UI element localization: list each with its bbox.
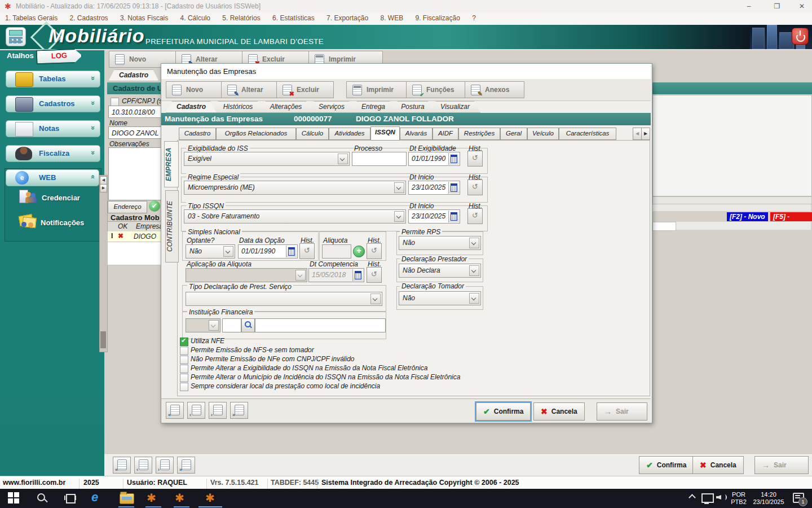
chevron-down-icon[interactable]: » <box>89 126 98 130</box>
optante-select[interactable]: Não <box>186 244 235 259</box>
dlg-print-button[interactable]: Imprimir <box>346 81 408 98</box>
bg-prev-record-button[interactable]: ‹ <box>134 457 152 474</box>
hist-button-simples[interactable]: ↺ <box>299 243 315 259</box>
tab-calculo[interactable]: Cálculo <box>296 128 329 140</box>
chevron-up-icon[interactable]: » <box>88 175 96 179</box>
last-record-button[interactable]: » <box>230 402 248 419</box>
data-opcao-field[interactable]: 01/01/1990 <box>238 244 298 259</box>
tab-caracteristicas[interactable]: Características <box>559 128 616 140</box>
calendar-icon[interactable] <box>448 182 459 194</box>
bg-tab-endereco[interactable]: Endereço <box>108 201 147 213</box>
menu-fiscalizacao[interactable]: 9. Fiscalização <box>416 14 460 22</box>
checkbox-nfe-cnpj-invalido[interactable] <box>180 356 188 364</box>
tray-chevron-up-icon[interactable] <box>689 493 696 500</box>
nome-field[interactable]: DIOGO ZANOL <box>108 126 162 139</box>
checkbox-utiliza-nfe[interactable] <box>180 338 188 346</box>
permite-rps-select[interactable]: Não <box>399 236 481 250</box>
dialog-titlebar[interactable]: Manutenção das Empresas <box>161 64 651 80</box>
exit-button[interactable]: → Sair <box>597 402 647 421</box>
dlg-new-button[interactable]: Novo <box>166 81 223 98</box>
file-explorer-icon[interactable] <box>120 493 134 504</box>
dlg-tab-historicos[interactable]: Históricos <box>212 101 264 113</box>
sidebar-item-credenciar[interactable]: Credenciar <box>42 194 80 202</box>
sidebar-item-web[interactable]: e WEB » <box>6 169 99 186</box>
chevron-down-icon[interactable] <box>370 294 381 304</box>
scroll-left-arrow-icon[interactable]: ◀ <box>100 176 107 185</box>
declaracao-tomador-select[interactable]: Não <box>399 291 481 305</box>
fiorilli-app-icon-2[interactable]: ✱ <box>175 491 184 505</box>
dlg-attachments-button[interactable]: Anexos <box>465 81 524 98</box>
grid-row[interactable]: I ✖ DIOGO <box>107 231 162 242</box>
tab-restricoes[interactable]: Restrições <box>458 128 500 140</box>
sidebar-splitter-scrollbar[interactable]: ◀ ▶ <box>99 175 108 352</box>
chevron-down-icon[interactable]: » <box>89 101 98 105</box>
tab-alvaras[interactable]: Alvarás <box>400 128 433 140</box>
tab-cadastro[interactable]: Cadastro <box>179 128 216 140</box>
notification-center-icon[interactable]: 1 <box>793 493 804 503</box>
hist-button-tipo-issqn[interactable]: ↺ <box>467 208 483 224</box>
dlg-functions-button[interactable]: Funções <box>406 81 467 98</box>
speaker-icon[interactable] <box>716 493 726 502</box>
tab-geral[interactable]: Geral <box>500 128 527 140</box>
chevron-down-icon[interactable] <box>223 246 233 257</box>
cancel-button[interactable]: ✖ Cancela <box>533 402 585 421</box>
tray-clock[interactable]: 14:20 23/10/2025 <box>750 491 787 506</box>
menu-help[interactable]: ? <box>472 14 476 22</box>
chevron-down-icon[interactable]: » <box>89 76 98 80</box>
add-aliquota-button[interactable]: + <box>353 246 365 257</box>
dlg-tab-servicos[interactable]: Serviços <box>308 101 355 113</box>
sidebar-item-tabelas[interactable]: Tabelas » <box>6 71 100 87</box>
power-button[interactable] <box>792 28 809 45</box>
tab-orgaos-relacionados[interactable]: Orgãos Relacionados <box>216 128 296 140</box>
dlg-tab-alteracoes[interactable]: Alterações <box>259 101 312 113</box>
processo-field[interactable] <box>352 152 407 166</box>
dlg-edit-button[interactable]: Alterar <box>221 81 279 98</box>
calendar-icon[interactable] <box>286 246 297 257</box>
dlg-tab-cadastro[interactable]: Cadastro <box>166 101 217 113</box>
sidebar-item-fiscaliza[interactable]: Fiscaliza » <box>6 145 100 162</box>
tray-language[interactable]: POR PTB2 <box>729 491 749 506</box>
dlg-tab-postura[interactable]: Postura <box>391 101 434 113</box>
prev-record-button[interactable]: ‹ <box>187 402 205 419</box>
hist-button-exigibilidade[interactable]: ↺ <box>467 151 483 167</box>
declaracao-prestador-select[interactable]: Não Declara <box>399 264 481 278</box>
calendar-icon[interactable] <box>448 153 459 165</box>
checkbox-nfse-sem-tomador[interactable] <box>180 347 188 355</box>
menu-cadastros[interactable]: 2. Cadastros <box>70 14 108 22</box>
start-button[interactable] <box>8 492 19 503</box>
chevron-down-icon[interactable] <box>469 238 479 248</box>
internet-explorer-icon[interactable]: e <box>91 490 98 505</box>
regime-select[interactable]: Microempresário (ME) <box>184 181 406 195</box>
first-record-button[interactable]: « <box>166 402 184 419</box>
menu-exportacao[interactable]: 7. Exportação <box>326 14 368 22</box>
bg-last-record-button[interactable]: » <box>177 457 195 474</box>
hist-button-aplicacao[interactable]: ↺ <box>367 267 382 283</box>
tipo-declaracao-select[interactable] <box>186 292 382 306</box>
instituicao-nome-field[interactable] <box>255 318 386 332</box>
menu-notas-fiscais[interactable]: 3. Notas Fiscais <box>120 14 168 22</box>
tab-aidf[interactable]: AIDF <box>433 128 458 140</box>
minimize-button[interactable]: – <box>736 0 761 12</box>
maximize-button[interactable]: ❐ <box>765 0 789 12</box>
tab-issqn[interactable]: ISSQN <box>370 126 400 141</box>
side-tab-contribuinte[interactable]: CONTRIBUINTE <box>165 190 179 262</box>
close-button[interactable]: ✕ <box>789 0 812 12</box>
scroll-right-arrow-icon[interactable]: ▶ <box>100 184 107 192</box>
sidebar-item-notas[interactable]: Notas » <box>6 120 100 137</box>
fiorilli-app-icon-1[interactable]: ✱ <box>147 491 156 505</box>
bg-exit-button[interactable]: → Sair <box>754 456 809 474</box>
checkbox-local-prestacao[interactable] <box>180 383 188 391</box>
observacoes-textarea[interactable] <box>108 147 162 200</box>
dt-exigibilidade-field[interactable]: 01/01/1990 <box>408 152 460 166</box>
chevron-down-icon[interactable] <box>394 211 404 222</box>
instituicao-search-button[interactable] <box>241 318 255 332</box>
tab-veiculo[interactable]: Veículo <box>527 128 559 140</box>
tab-atividades[interactable]: Atividades <box>329 128 370 140</box>
bg-confirm-button[interactable]: ✔ Confirma <box>639 456 694 474</box>
bg-first-record-button[interactable]: « <box>113 457 131 474</box>
hist-button-aliquota[interactable]: ↺ <box>367 243 382 259</box>
exigibilidade-select[interactable]: Exigível <box>184 152 350 166</box>
checkbox-alterar-municipio[interactable] <box>180 374 188 382</box>
menu-relatorios[interactable]: 5. Relatórios <box>222 14 260 22</box>
scrollbar-thumb[interactable] <box>100 331 106 348</box>
